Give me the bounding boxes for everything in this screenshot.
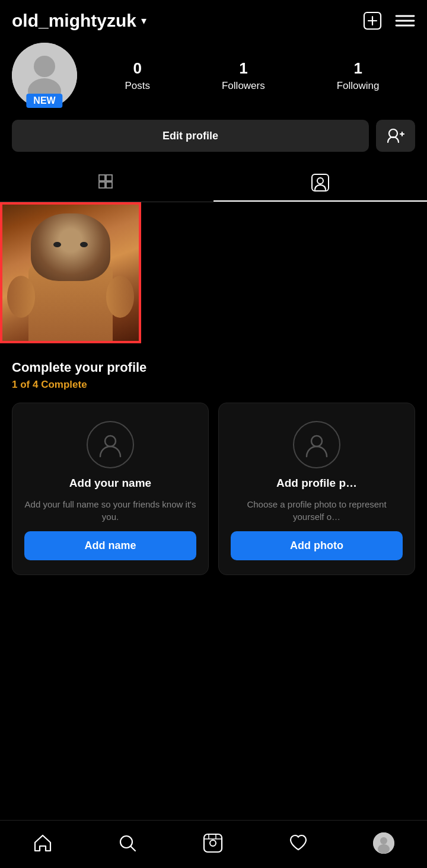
add-name-description: Add your full name so your friends know …: [24, 498, 196, 523]
followers-stat[interactable]: 1 Followers: [222, 59, 265, 92]
grid-svg: [98, 174, 116, 192]
add-name-button[interactable]: Add name: [24, 531, 196, 560]
complete-profile-title: Complete your profile: [12, 360, 415, 375]
tabs-bar: [0, 164, 427, 202]
stats-container: 0 Posts 1 Followers 1 Following: [89, 59, 415, 92]
tab-grid[interactable]: [0, 164, 214, 202]
tagged-svg: [311, 173, 330, 192]
profile-section: NEW 0 Posts 1 Followers 1 Following: [0, 37, 427, 120]
home-nav-button[interactable]: [23, 831, 62, 856]
profile-cards: Add your name Add your full name so your…: [12, 403, 415, 575]
followers-label: Followers: [222, 80, 265, 92]
following-stat[interactable]: 1 Following: [337, 59, 380, 92]
complete-profile-section: Complete your profile 1 of 4 Complete Ad…: [0, 343, 427, 587]
posts-count: 0: [133, 59, 142, 78]
add-name-card: Add your name Add your full name so your…: [12, 403, 209, 575]
groot-thumbnail: [0, 202, 141, 343]
reels-nav-button[interactable]: [193, 831, 232, 856]
action-row: Edit profile: [0, 120, 427, 164]
app-header: old_mightyzuk ▾: [0, 0, 427, 37]
add-photo-title: Add profile p…: [276, 477, 357, 490]
add-photo-button[interactable]: Add photo: [231, 531, 403, 560]
svg-rect-13: [106, 175, 112, 181]
svg-rect-16: [312, 174, 329, 191]
tagged-icon: [311, 173, 330, 192]
profile-nav-avatar: [373, 832, 394, 854]
reels-icon: [203, 833, 223, 853]
search-nav-button[interactable]: [108, 831, 147, 856]
progress-highlight: 1 of 4: [12, 379, 38, 390]
add-friend-icon: [387, 128, 404, 143]
groot-eye-right: [80, 242, 88, 247]
menu-icon: [395, 14, 415, 27]
posts-stat[interactable]: 0 Posts: [125, 59, 150, 92]
person-icon: [96, 430, 125, 459]
svg-rect-15: [106, 182, 112, 188]
tab-tagged[interactable]: [214, 164, 427, 202]
groot-head: [31, 213, 110, 281]
header-left: old_mightyzuk ▾: [12, 11, 146, 31]
new-badge: NEW: [26, 94, 62, 108]
svg-point-29: [378, 844, 390, 854]
profile-nav-button[interactable]: [364, 830, 404, 856]
person-photo-icon: [302, 430, 331, 459]
new-post-icon: [363, 11, 382, 30]
groot-eye-left: [53, 242, 61, 247]
edit-profile-button[interactable]: Edit profile: [12, 120, 369, 152]
add-name-icon: [87, 421, 134, 468]
avatar-container: NEW: [12, 43, 77, 108]
followers-count: 1: [239, 59, 247, 78]
progress-rest: Complete: [38, 379, 87, 390]
following-count: 1: [353, 59, 362, 78]
posts-grid: [0, 202, 427, 343]
nav-avatar-icon: [373, 832, 394, 854]
posts-label: Posts: [125, 80, 150, 92]
groot-arm-right: [106, 276, 135, 318]
username-text[interactable]: old_mightyzuk: [12, 11, 136, 31]
add-friend-button[interactable]: [376, 120, 415, 152]
svg-point-23: [210, 840, 216, 846]
svg-point-9: [389, 129, 397, 138]
heart-icon: [288, 833, 308, 853]
svg-rect-22: [204, 834, 222, 852]
add-photo-description: Choose a profile photo to represent your…: [231, 498, 403, 523]
home-icon: [33, 833, 53, 853]
search-icon: [117, 833, 138, 853]
complete-profile-subtitle: 1 of 4 Complete: [12, 379, 415, 391]
new-post-button[interactable]: [363, 11, 382, 30]
svg-point-7: [34, 56, 55, 77]
add-photo-card: Add profile p… Choose a profile photo to…: [218, 403, 415, 575]
svg-point-28: [380, 837, 387, 844]
header-right: [363, 11, 415, 30]
svg-line-21: [131, 847, 136, 851]
svg-point-17: [317, 178, 323, 184]
add-photo-icon: [293, 421, 340, 468]
svg-rect-14: [99, 182, 105, 188]
chevron-down-icon[interactable]: ▾: [141, 14, 146, 27]
menu-button[interactable]: [395, 14, 415, 27]
following-label: Following: [337, 80, 380, 92]
grid-icon: [98, 174, 116, 192]
bottom-nav: [0, 820, 427, 868]
svg-point-19: [311, 436, 322, 446]
add-name-title: Add your name: [69, 477, 151, 490]
svg-point-18: [105, 436, 116, 446]
svg-rect-12: [99, 175, 105, 181]
post-thumbnail[interactable]: [0, 202, 141, 343]
likes-nav-button[interactable]: [279, 831, 318, 856]
